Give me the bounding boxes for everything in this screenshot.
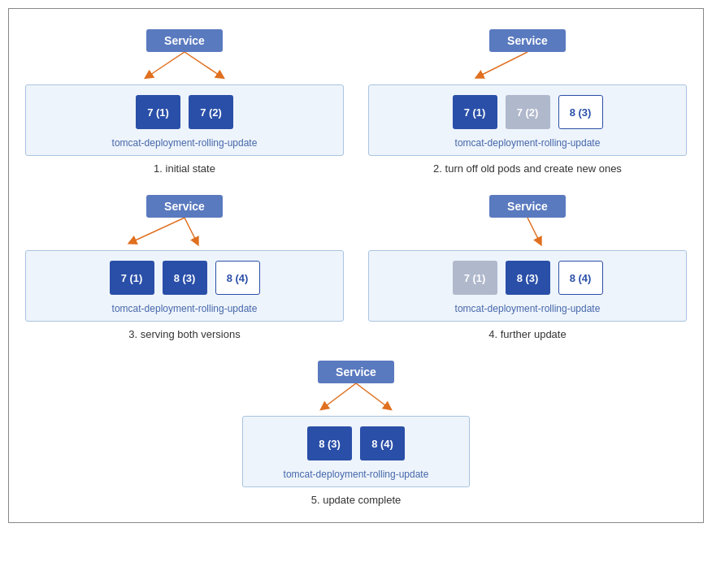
service-box-2: Service bbox=[489, 29, 566, 52]
connector-svg-3 bbox=[87, 218, 282, 250]
pod-3-2: 8 (3) bbox=[163, 261, 207, 295]
svg-line-0 bbox=[148, 52, 185, 76]
pod-4-3: 8 (4) bbox=[558, 261, 603, 295]
deployment-box-3: 7 (1) 8 (3) 8 (4) tomcat-deployment-roll… bbox=[25, 250, 344, 322]
svg-line-2 bbox=[479, 52, 527, 76]
pod-3-1: 7 (1) bbox=[110, 261, 154, 295]
deployment-label-5: tomcat-deployment-rolling-update bbox=[284, 469, 429, 480]
pods-row-5: 8 (3) 8 (4) bbox=[307, 426, 405, 460]
main-container: Service 7 (1) 7 (2) tomcat-deployment-ro… bbox=[8, 8, 704, 523]
svg-line-7 bbox=[356, 383, 389, 408]
pods-row-2: 7 (1) 7 (2) 8 (3) bbox=[453, 95, 603, 129]
diagram-cell-2: Service 7 (1) 7 (2) 8 (3) tomcat-deploym… bbox=[364, 21, 691, 179]
pod-1-1: 7 (1) bbox=[136, 95, 180, 129]
svg-line-3 bbox=[132, 218, 185, 242]
connector-svg-5 bbox=[275, 383, 437, 416]
deployment-box-4: 7 (1) 8 (3) 8 (4) tomcat-deployment-roll… bbox=[368, 250, 687, 322]
svg-line-1 bbox=[185, 52, 221, 76]
service-box-4: Service bbox=[489, 195, 566, 218]
pod-2-2: 7 (2) bbox=[506, 95, 550, 129]
service-box-3: Service bbox=[146, 195, 223, 218]
pod-5-1: 8 (3) bbox=[307, 426, 352, 460]
connector-svg-2 bbox=[430, 52, 625, 84]
deployment-box-1: 7 (1) 7 (2) tomcat-deployment-rolling-up… bbox=[25, 84, 344, 156]
svg-line-6 bbox=[323, 383, 356, 408]
service-box-1: Service bbox=[146, 29, 223, 52]
deployment-label-4: tomcat-deployment-rolling-update bbox=[455, 303, 601, 314]
deployment-label-3: tomcat-deployment-rolling-update bbox=[112, 303, 258, 314]
caption-1: 1. initial state bbox=[154, 162, 215, 175]
deployment-label-2: tomcat-deployment-rolling-update bbox=[455, 137, 601, 149]
pod-4-2: 8 (3) bbox=[506, 261, 550, 295]
caption-4: 4. further update bbox=[488, 328, 566, 340]
deployment-label-1: tomcat-deployment-rolling-update bbox=[112, 137, 258, 149]
pods-row-1: 7 (1) 7 (2) bbox=[136, 95, 233, 129]
svg-line-5 bbox=[527, 218, 540, 242]
pod-3-3: 8 (4) bbox=[215, 261, 260, 295]
connector-svg-4 bbox=[430, 218, 625, 250]
pods-row-4: 7 (1) 8 (3) 8 (4) bbox=[453, 261, 603, 295]
diagram-cell-1: Service 7 (1) 7 (2) tomcat-deployment-ro… bbox=[21, 21, 348, 179]
pods-row-3: 7 (1) 8 (3) 8 (4) bbox=[110, 261, 260, 295]
deployment-box-2: 7 (1) 7 (2) 8 (3) tomcat-deployment-roll… bbox=[368, 84, 687, 156]
diagram-cell-4: Service 7 (1) 8 (3) 8 (4) tomcat-deploym… bbox=[364, 187, 691, 344]
pod-4-1: 7 (1) bbox=[453, 261, 497, 295]
svg-line-4 bbox=[185, 218, 197, 242]
diagram-cell-5: Service 8 (3) 8 (4) tomcat-deployment-ro… bbox=[21, 352, 691, 510]
caption-2: 2. turn off old pods and create new ones bbox=[433, 162, 622, 175]
pod-2-3: 8 (3) bbox=[558, 95, 603, 129]
caption-3: 3. serving both versions bbox=[128, 328, 240, 340]
deployment-box-5: 8 (3) 8 (4) tomcat-deployment-rolling-up… bbox=[242, 416, 470, 487]
connector-svg-1 bbox=[103, 52, 266, 84]
diagram-cell-3: Service 7 (1) 8 (3) 8 (4) tomcat-deploym… bbox=[21, 187, 348, 344]
pod-5-2: 8 (4) bbox=[360, 426, 405, 460]
service-box-5: Service bbox=[318, 361, 394, 383]
caption-5: 5. update complete bbox=[311, 494, 402, 506]
pod-2-1: 7 (1) bbox=[453, 95, 497, 129]
pod-1-2: 7 (2) bbox=[189, 95, 233, 129]
